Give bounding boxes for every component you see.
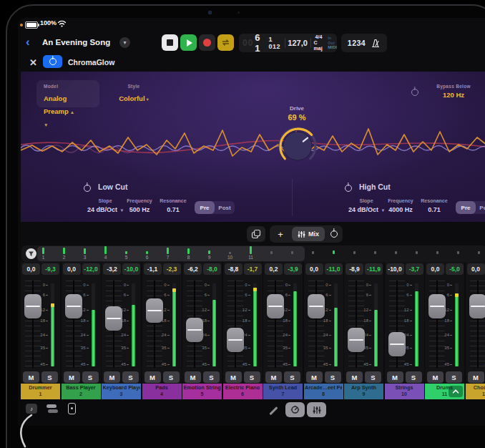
browser-button[interactable]: ♪ [26,404,37,414]
low-res-value[interactable]: 0.71 [152,206,195,213]
lcd-display[interactable]: 00 6 1 1 012 127,0 4/4 C maj In Out MIDI [239,34,337,52]
loops-button[interactable] [46,404,58,414]
mute-button[interactable]: M [144,371,161,383]
cycle-button[interactable] [217,34,234,51]
solo-button[interactable]: S [244,371,260,383]
count-in-button[interactable]: 1234 [348,39,366,47]
mute-button[interactable]: M [23,371,39,383]
track-name-block[interactable]: Strings 10 [385,384,424,399]
low-cut-power-icon[interactable] [84,185,91,192]
volume-value[interactable]: -6,2 [184,263,202,275]
mute-button[interactable]: M [427,371,444,383]
fader-handle[interactable] [428,294,446,318]
volume-value[interactable]: 0,0 [426,263,444,275]
record-button[interactable] [199,34,215,51]
volume-value[interactable]: -1,1 [144,263,162,275]
volume-value[interactable]: -8,8 [225,263,242,275]
volume-value[interactable]: 0,0 [22,263,40,275]
plugin-power-button[interactable] [43,55,62,68]
track-name-block[interactable]: Emotion Strings 5 [182,384,222,399]
solo-button[interactable]: S [163,371,180,383]
fader-handle[interactable] [24,294,41,318]
close-plugin-button[interactable]: ✕ [29,57,37,68]
controller-button[interactable] [68,403,76,414]
drive-knob[interactable] [278,126,318,166]
track-name-block[interactable]: Synth Lead 7 [263,384,303,399]
bypass-below-value[interactable]: 120 Hz [423,91,484,99]
volume-value[interactable]: 0,0 [305,263,323,275]
metronome-icon[interactable] [371,39,381,48]
solo-button[interactable]: S [122,371,139,383]
low-pre-button[interactable]: Pre [195,201,215,214]
solo-button[interactable]: S [284,371,300,383]
plugin-controls-button[interactable] [285,402,305,417]
high-pre-button[interactable]: Pre [456,201,476,214]
song-title[interactable]: An Evening Song [42,38,110,47]
back-chevron-button[interactable]: ‹ [26,35,30,49]
peak-value[interactable]: -11,9 [365,263,383,275]
track-name-block[interactable]: Drums 11 [425,384,464,399]
mute-button[interactable]: M [387,371,403,383]
volume-value[interactable]: -3,2 [103,263,121,275]
track-name-block[interactable]: Keyboard Player 3 [102,384,141,399]
high-post-button[interactable]: Post [476,201,485,214]
solo-button[interactable]: S [325,371,341,383]
peak-value[interactable]: -3,9 [284,263,302,275]
mute-button[interactable]: M [265,371,282,383]
peak-value[interactable]: -12,0 [82,263,100,275]
solo-button[interactable]: S [41,371,58,383]
fader-handle[interactable] [348,328,365,352]
volume-value[interactable]: 0,2 [265,263,283,275]
mute-button[interactable]: M [225,371,242,383]
copy-regions-button[interactable] [247,226,265,242]
peak-value[interactable]: -10,0 [122,263,140,275]
model-selector[interactable]: Model Analog Preamp▲▼ [36,80,99,107]
peak-value[interactable]: -1,7 [244,263,262,275]
solo-button[interactable]: S [406,371,422,383]
pencil-tool-icon[interactable] [269,406,278,415]
track-overview-strip[interactable]: 1234567891011 [21,245,485,262]
fader-handle[interactable] [146,298,163,323]
track-name-block[interactable]: Arcade…eet Pad 8 [304,384,343,399]
track-name-block[interactable]: Pads 4 [142,384,182,399]
fader-handle[interactable] [65,294,82,318]
high-res-value[interactable]: 0.71 [413,206,456,213]
bypass-power-icon[interactable] [411,89,418,96]
fader-handle[interactable] [105,306,122,331]
volume-value[interactable]: -10,0 [386,263,404,275]
fader-handle[interactable] [308,294,325,318]
peak-value[interactable]: -11,0 [325,263,343,275]
peak-value[interactable]: -3,7 [406,263,423,275]
play-button[interactable] [180,34,197,51]
solo-button[interactable]: S [82,371,99,383]
solo-button[interactable]: S [446,371,462,383]
peak-value[interactable]: -8,0 [203,263,221,275]
fader-handle[interactable] [227,328,244,352]
solo-button[interactable]: S [365,371,381,383]
track-name-block[interactable]: Drummer 1 [21,384,60,399]
peak-value[interactable]: -5,0 [446,263,464,275]
solo-button[interactable]: S [203,371,220,383]
style-selector[interactable]: Style Colorful▾ [111,84,157,104]
mute-button[interactable]: M [306,371,323,383]
track-name-block[interactable]: Chorus V 12 [466,384,485,399]
volume-value[interactable]: 0,0 [467,263,485,275]
mute-button[interactable]: M [468,371,484,383]
track-name-block[interactable]: Arp Synth 9 [344,384,383,399]
volume-value[interactable]: 0,0 [63,263,81,275]
volume-value[interactable]: -8,9 [346,263,363,275]
mute-button[interactable]: M [185,371,201,383]
mix-view-button[interactable]: Mix [292,227,325,241]
collapse-chevron-button[interactable] [449,386,463,397]
mute-button[interactable]: M [64,371,80,383]
low-post-button[interactable]: Post [215,201,235,214]
track-name-block[interactable]: Bass Player 2 [62,384,101,399]
mixer-view-button[interactable] [307,402,326,417]
stop-button[interactable] [162,34,178,51]
filter-tracks-button[interactable] [26,248,36,259]
track-name-block[interactable]: Electric Piano 6 [223,384,263,399]
fader-handle[interactable] [267,294,284,318]
peak-value[interactable]: -2,3 [163,263,181,275]
fader-handle[interactable] [469,294,485,318]
mute-button[interactable]: M [104,371,120,383]
